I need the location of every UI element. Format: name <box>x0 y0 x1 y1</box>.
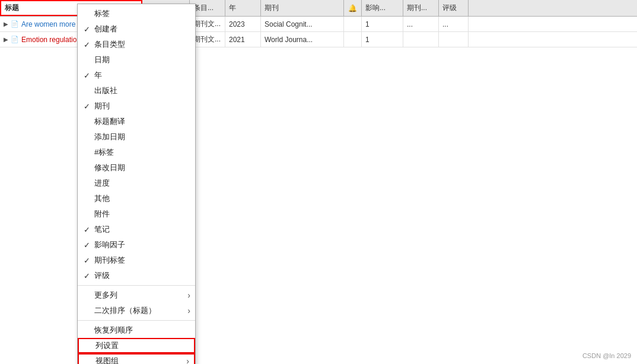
menu-item-other[interactable]: 其他 <box>78 191 195 206</box>
menu-item-mod-date[interactable]: 修改日期 <box>78 160 195 175</box>
td-icon-2 <box>344 32 362 47</box>
td-impact-1: 1 <box>362 17 403 31</box>
th-journal[interactable]: 期刊 <box>261 0 344 16</box>
td-journaltag-1: ... <box>403 17 439 31</box>
check-icon-impact: ✓ <box>84 241 94 250</box>
check-icon-itemtype: ✓ <box>84 40 94 49</box>
th-impact[interactable]: 影响... <box>362 0 403 16</box>
check-icon-rating: ✓ <box>84 272 94 280</box>
td-journaltag-2 <box>403 32 439 47</box>
menu-item-hashtag[interactable]: #标签 <box>78 145 195 160</box>
th-icon-col[interactable]: 🔔 <box>344 0 362 16</box>
menu-separator-2 <box>78 320 195 321</box>
check-icon-journal-tag: ✓ <box>84 256 94 265</box>
th-year[interactable]: 年 <box>225 0 261 16</box>
th-rating[interactable]: 评级 <box>439 0 469 16</box>
menu-item-add-date[interactable]: 添加日期 <box>78 129 195 145</box>
menu-item-title-trans[interactable]: 标题翻译 <box>78 114 195 129</box>
menu-item-year[interactable]: ✓ 年 <box>78 68 195 83</box>
menu-item-col-settings[interactable]: 列设置 <box>78 338 195 353</box>
menu-item-tags[interactable]: 标签 <box>78 6 195 21</box>
menu-item-secondary-sort[interactable]: 二次排序（标题） <box>78 303 195 318</box>
menu-item-impact[interactable]: ✓ 影响因子 <box>78 237 195 253</box>
main-area: 标题 ▲ 创建者 条目... 年 期刊 🔔 影响... 期刊... 评级 ▶ <box>0 0 637 364</box>
menu-item-view-group[interactable]: 视图组 <box>78 353 195 364</box>
doc-icon: 📄 <box>11 36 19 43</box>
th-journaltag[interactable]: 期刊... <box>403 0 439 16</box>
check-icon-year: ✓ <box>84 71 94 80</box>
bell-icon: 🔔 <box>348 4 357 12</box>
menu-item-publisher[interactable]: 出版社 <box>78 83 195 98</box>
td-rating-1: ... <box>439 17 469 31</box>
menu-item-more-cols[interactable]: 更多列 <box>78 288 195 303</box>
check-icon-journal: ✓ <box>84 102 94 111</box>
menu-item-journal[interactable]: ✓ 期刊 <box>78 98 195 114</box>
menu-item-journal-tag[interactable]: ✓ 期刊标签 <box>78 253 195 268</box>
menu-separator-1 <box>78 285 195 286</box>
menu-item-notes[interactable]: ✓ 笔记 <box>78 222 195 237</box>
watermark: CSDN @In 2029 <box>582 352 631 359</box>
expand-arrow-icon: ▶ <box>4 36 8 43</box>
td-journal-1: Social Cognit... <box>261 17 344 31</box>
td-icon-1 <box>344 17 362 31</box>
td-impact-2: 1 <box>362 32 403 47</box>
menu-item-attachment[interactable]: 附件 <box>78 206 195 222</box>
th-title-label: 标题 <box>5 3 19 13</box>
menu-item-restore-cols[interactable]: 恢复列顺序 <box>78 323 195 338</box>
menu-item-date[interactable]: 日期 <box>78 52 195 68</box>
menu-item-progress[interactable]: 进度 <box>78 175 195 191</box>
td-rating-2 <box>439 32 469 47</box>
menu-item-itemtype[interactable]: ✓ 条目类型 <box>78 37 195 52</box>
td-year-1: 2023 <box>225 17 261 31</box>
expand-arrow-icon: ▶ <box>4 21 8 27</box>
td-year-2: 2021 <box>225 32 261 47</box>
check-icon-creator: ✓ <box>84 25 94 34</box>
check-icon-notes: ✓ <box>84 225 94 234</box>
menu-item-creator[interactable]: ✓ 创建者 <box>78 21 195 37</box>
doc-icon: 📄 <box>11 20 19 28</box>
td-journal-2: World Journa... <box>261 32 344 47</box>
menu-item-rating[interactable]: ✓ 评级 <box>78 268 195 283</box>
context-menu: 标签 ✓ 创建者 ✓ 条目类型 日期 ✓ 年 出版社 ✓ 期刊 标题翻译 <box>77 4 196 364</box>
